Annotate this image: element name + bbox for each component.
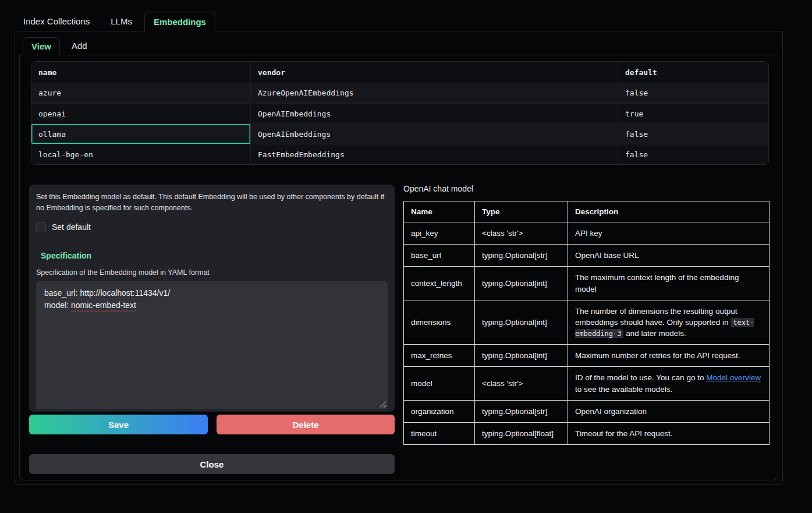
param-type: typing.Optional[int]: [475, 267, 568, 300]
param-description: ID of the model to use. You can go to Mo…: [568, 367, 770, 400]
param-name: max_retries: [404, 345, 475, 367]
delete-button[interactable]: Delete: [217, 415, 395, 434]
param-type: <class 'str'>: [475, 222, 568, 245]
table-row[interactable]: azureAzureOpenAIEmbeddingsfalse: [31, 83, 768, 103]
param-description: OpenAI base URL: [568, 245, 770, 267]
table-cell[interactable]: local-bge-en: [31, 144, 251, 164]
param-type: typing.Optional[int]: [475, 300, 568, 344]
param-description: Maximum number of retries for the API re…: [568, 345, 770, 367]
view-tab-panel: namevendordefault azureAzureOpenAIEmbedd…: [19, 55, 778, 480]
param-name: timeout: [404, 422, 475, 444]
param-type: typing.Optional[str]: [475, 245, 568, 267]
param-type: typing.Optional[float]: [475, 422, 568, 444]
specification-sublabel: Specification of the Embedding model in …: [36, 268, 388, 277]
param-type: <class 'str'>: [475, 367, 568, 400]
param-type: typing.Optional[str]: [475, 400, 568, 422]
param-name: context_length: [404, 267, 475, 300]
params-row: dimensionstyping.Optional[int]The number…: [404, 300, 770, 344]
yaml-line-1: base_url: http://localhost:11434/v1/: [44, 287, 380, 300]
tab-add[interactable]: Add: [63, 37, 95, 55]
table-cell[interactable]: AzureOpenAIEmbeddings: [251, 83, 618, 103]
specification-heading: Specification: [41, 251, 388, 260]
param-description: Timeout for the API request.: [568, 422, 770, 444]
emb-column-header-name[interactable]: name: [31, 62, 251, 83]
params-row: model<class 'str'>ID of the model to use…: [404, 367, 770, 400]
params-row: max_retriestyping.Optional[int]Maximum n…: [404, 345, 770, 367]
params-table: NameTypeDescription api_key<class 'str'>…: [403, 201, 770, 445]
param-name: model: [404, 367, 475, 400]
main-tabs: Index Collections LLMs Embeddings View A…: [15, 12, 783, 485]
default-and-spec-group: Set this Embedding model as default. Thi…: [29, 185, 395, 412]
table-cell[interactable]: true: [618, 104, 761, 123]
model-overview-link[interactable]: Model overview: [706, 373, 761, 382]
code-chip: text-embedding-3: [575, 318, 754, 338]
param-type: typing.Optional[int]: [475, 345, 568, 367]
param-description: The number of dimensions the resulting o…: [568, 300, 770, 344]
params-row: base_urltyping.Optional[str]OpenAI base …: [404, 245, 770, 267]
yaml-editor[interactable]: base_url: http://localhost:11434/v1/ mod…: [36, 281, 388, 409]
param-description: The maximum context length of the embedd…: [568, 267, 770, 300]
resize-handle-icon[interactable]: [380, 401, 386, 408]
table-row[interactable]: local-bge-enFastEmbedEmbeddingsfalse: [31, 144, 768, 164]
table-cell[interactable]: ollama: [31, 124, 251, 144]
param-name: api_key: [404, 222, 475, 245]
emb-column-header-vendor[interactable]: vendor: [251, 62, 618, 83]
close-button[interactable]: Close: [29, 454, 395, 474]
table-cell[interactable]: azure: [31, 83, 251, 103]
table-cell[interactable]: false: [618, 124, 761, 144]
table-row[interactable]: ollamaOpenAIEmbeddingsfalse: [31, 123, 768, 144]
yaml-line-2: model: nomic-embed-text: [44, 299, 380, 312]
table-cell[interactable]: false: [618, 83, 761, 103]
set-default-label: Set default: [52, 222, 91, 232]
param-name: dimensions: [404, 300, 475, 344]
param-description: OpenAI organization: [568, 400, 770, 422]
table-cell[interactable]: openai: [31, 104, 251, 123]
set-default-checkbox[interactable]: [36, 222, 46, 232]
param-name: organization: [404, 400, 475, 422]
set-default-row: Set default: [36, 222, 388, 232]
params-row: organizationtyping.Optional[str]OpenAI o…: [404, 400, 770, 422]
params-header-row: NameTypeDescription: [404, 201, 770, 222]
emb-table-body: azureAzureOpenAIEmbeddingsfalseopenaiOpe…: [31, 83, 768, 164]
table-cell[interactable]: OpenAIEmbeddings: [251, 124, 618, 144]
table-cell[interactable]: OpenAIEmbeddings: [251, 104, 618, 123]
right-panel-title: OpenAI chat model: [403, 184, 473, 193]
tab-view[interactable]: View: [23, 37, 60, 55]
params-row: timeouttyping.Optional[float]Timeout for…: [404, 422, 770, 444]
tab-index-collections[interactable]: Index Collections: [15, 12, 98, 31]
params-column-header-type: Type: [475, 201, 568, 222]
sub-tab-nav: View Add: [19, 37, 778, 55]
emb-table-header-row: namevendordefault: [31, 62, 768, 83]
tab-llms[interactable]: LLMs: [102, 12, 141, 31]
params-row: api_key<class 'str'>API key: [404, 222, 770, 245]
embeddings-table: namevendordefault azureAzureOpenAIEmbedd…: [31, 61, 769, 165]
params-row: context_lengthtyping.Optional[int]The ma…: [404, 267, 770, 300]
table-cell[interactable]: false: [618, 144, 761, 164]
table-cell[interactable]: FastEmbedEmbeddings: [251, 144, 618, 164]
emb-column-header-default[interactable]: default: [618, 62, 761, 83]
params-column-header-description: Description: [568, 201, 770, 222]
tab-embeddings[interactable]: Embeddings: [144, 12, 215, 31]
set-default-info: Set this Embedding model as default. Thi…: [36, 192, 385, 214]
embeddings-tab-panel: View Add namevendordefault azureAzureOpe…: [15, 31, 783, 485]
main-tab-nav: Index Collections LLMs Embeddings: [15, 12, 783, 31]
save-button[interactable]: Save: [29, 415, 208, 434]
param-description: API key: [568, 222, 770, 245]
table-row[interactable]: openaiOpenAIEmbeddingstrue: [31, 103, 768, 123]
params-column-header-name: Name: [404, 201, 475, 222]
param-name: base_url: [404, 245, 475, 267]
